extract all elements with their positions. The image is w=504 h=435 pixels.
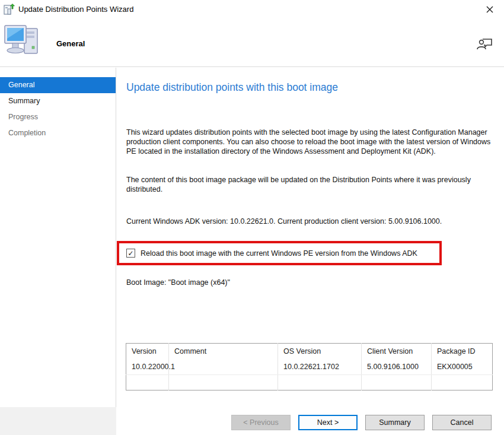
column-header-client-version[interactable]: Client Version bbox=[362, 344, 432, 359]
column-header-os-version[interactable]: OS Version bbox=[278, 344, 362, 359]
cancel-button[interactable]: Cancel bbox=[432, 415, 492, 430]
boot-image-table: Version Comment OS Version Client Versio… bbox=[126, 343, 493, 390]
table-filler-row bbox=[126, 374, 493, 390]
next-button[interactable]: Next > bbox=[298, 415, 358, 430]
update-distribution-points-icon bbox=[3, 4, 15, 15]
sidebar-footer-strip bbox=[0, 407, 116, 435]
sidebar-item-general[interactable]: General bbox=[0, 77, 116, 93]
title-bar: Update Distribution Points Wizard bbox=[0, 0, 504, 19]
wizard-steps-sidebar: General Summary Progress Completion bbox=[0, 68, 116, 435]
annotation-highlight-box: ✓ Reload this boot image with the curren… bbox=[117, 241, 442, 265]
sidebar-item-completion[interactable]: Completion bbox=[0, 125, 116, 141]
cell-version: 10.0.22000.1 bbox=[126, 359, 169, 375]
reload-boot-image-checkbox[interactable]: ✓ bbox=[126, 249, 135, 258]
header-page-title: General bbox=[56, 39, 85, 48]
boot-image-line: Boot Image: "Boot image (x64)" bbox=[126, 278, 230, 287]
window-title: Update Distribution Points Wizard bbox=[18, 0, 133, 19]
table-header-row: Version Comment OS Version Client Versio… bbox=[126, 344, 493, 359]
footer-button-bar: < Previous Next > Summary Cancel bbox=[224, 415, 492, 430]
checkmark-icon: ✓ bbox=[127, 249, 133, 258]
close-icon[interactable] bbox=[484, 4, 496, 15]
column-header-version[interactable]: Version bbox=[126, 344, 169, 359]
description-paragraph: This wizard updates distribution points … bbox=[126, 128, 496, 156]
computer-icon bbox=[3, 24, 42, 63]
content-update-paragraph: The content of this boot image package w… bbox=[126, 175, 496, 194]
feedback-icon[interactable] bbox=[476, 34, 493, 52]
wizard-header: General bbox=[0, 19, 504, 67]
cell-package-id: EKX00005 bbox=[432, 359, 493, 375]
cell-comment bbox=[169, 359, 278, 375]
summary-button[interactable]: Summary bbox=[365, 415, 425, 430]
wizard-main-panel: Update distribution points with this boo… bbox=[117, 68, 504, 435]
cell-client-version: 5.00.9106.1000 bbox=[362, 359, 432, 375]
previous-button: < Previous bbox=[231, 415, 291, 430]
wizard-steps-nav: General Summary Progress Completion bbox=[0, 77, 116, 141]
versions-info-line: Current Windows ADK version: 10.0.22621.… bbox=[126, 217, 442, 226]
sidebar-item-progress[interactable]: Progress bbox=[0, 109, 116, 125]
column-header-package-id[interactable]: Package ID bbox=[432, 344, 493, 359]
reload-boot-image-label[interactable]: Reload this boot image with the current … bbox=[141, 249, 417, 258]
sidebar-item-summary[interactable]: Summary bbox=[0, 93, 116, 109]
column-header-comment[interactable]: Comment bbox=[169, 344, 278, 359]
page-title: Update distribution points with this boo… bbox=[126, 81, 338, 94]
table-row[interactable]: 10.0.22000.1 10.0.22621.1702 5.00.9106.1… bbox=[126, 359, 493, 375]
cell-os-version: 10.0.22621.1702 bbox=[278, 359, 362, 375]
